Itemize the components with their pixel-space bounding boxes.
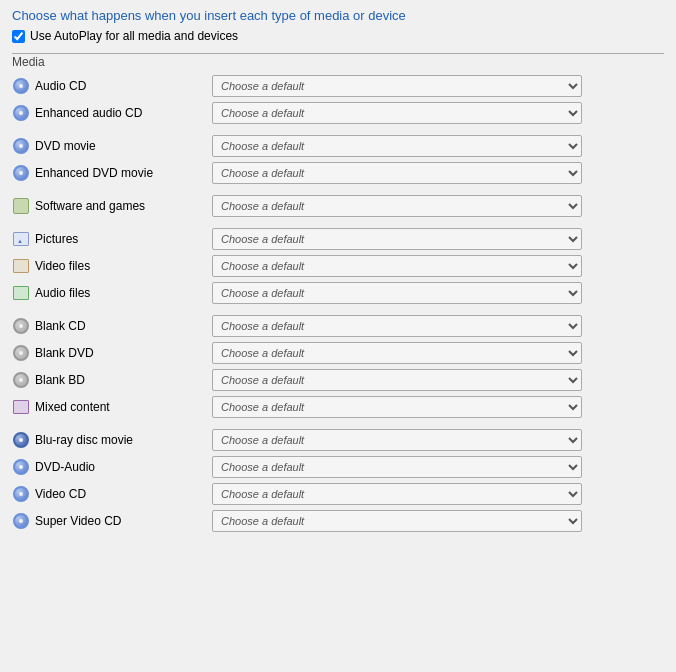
dvd-audio-icon [13, 459, 29, 475]
video-files-icon [13, 259, 29, 273]
media-label-dvd-movie: DVD movie [35, 139, 96, 153]
blank-cd-icon [13, 318, 29, 334]
media-label-enhanced-dvd-movie: Enhanced DVD movie [35, 166, 153, 180]
media-row: Enhanced audio CDChoose a default [12, 101, 664, 125]
media-section: Media Audio CDChoose a defaultEnhanced a… [12, 53, 664, 533]
media-label-bluray-disc-movie: Blu-ray disc movie [35, 433, 133, 447]
dropdown-bluray-disc-movie[interactable]: Choose a default [212, 429, 582, 451]
audio-cd-icon [13, 78, 29, 94]
media-label-area-mixed-content: Mixed content [12, 398, 212, 416]
pictures-icon [13, 232, 29, 246]
media-label-software-and-games: Software and games [35, 199, 145, 213]
media-label-area-pictures: Pictures [12, 230, 212, 248]
media-list: Audio CDChoose a defaultEnhanced audio C… [12, 74, 664, 533]
page-title: Choose what happens when you insert each… [12, 8, 664, 23]
enhanced-audio-cd-icon [13, 105, 29, 121]
media-label-area-bluray-disc-movie: Blu-ray disc movie [12, 431, 212, 449]
media-label-area-enhanced-audio-cd: Enhanced audio CD [12, 104, 212, 122]
dropdown-video-cd[interactable]: Choose a default [212, 483, 582, 505]
dropdown-dvd-movie[interactable]: Choose a default [212, 135, 582, 157]
mixed-icon [13, 400, 29, 414]
media-row: Super Video CDChoose a default [12, 509, 664, 533]
media-label-area-enhanced-dvd-movie: Enhanced DVD movie [12, 164, 212, 182]
media-row: Enhanced DVD movieChoose a default [12, 161, 664, 185]
section-media-label: Media [12, 55, 49, 69]
media-row: Blu-ray disc movieChoose a default [12, 428, 664, 452]
media-label-area-super-video-cd: Super Video CD [12, 512, 212, 530]
media-row: Blank CDChoose a default [12, 314, 664, 338]
audio-files-icon [13, 286, 29, 300]
media-label-mixed-content: Mixed content [35, 400, 110, 414]
media-label-area-blank-dvd: Blank DVD [12, 344, 212, 362]
media-label-video-files: Video files [35, 259, 90, 273]
media-row: Mixed contentChoose a default [12, 395, 664, 419]
media-label-blank-cd: Blank CD [35, 319, 86, 333]
dropdown-audio-files[interactable]: Choose a default [212, 282, 582, 304]
media-label-blank-bd: Blank BD [35, 373, 85, 387]
autoplay-label[interactable]: Use AutoPlay for all media and devices [30, 29, 238, 43]
media-label-area-software-and-games: Software and games [12, 197, 212, 215]
dropdown-enhanced-audio-cd[interactable]: Choose a default [212, 102, 582, 124]
blank-dvd-icon [13, 345, 29, 361]
blank-bd-icon [13, 372, 29, 388]
media-label-enhanced-audio-cd: Enhanced audio CD [35, 106, 142, 120]
software-icon [13, 198, 29, 214]
media-row: DVD-AudioChoose a default [12, 455, 664, 479]
media-label-area-blank-bd: Blank BD [12, 371, 212, 389]
media-label-area-dvd-audio: DVD-Audio [12, 458, 212, 476]
media-row: Video CDChoose a default [12, 482, 664, 506]
media-label-video-cd: Video CD [35, 487, 86, 501]
media-label-audio-cd: Audio CD [35, 79, 86, 93]
media-row: Software and gamesChoose a default [12, 194, 664, 218]
media-label-audio-files: Audio files [35, 286, 90, 300]
autoplay-checkbox[interactable] [12, 30, 25, 43]
dropdown-blank-dvd[interactable]: Choose a default [212, 342, 582, 364]
video-cd-icon [13, 486, 29, 502]
media-label-pictures: Pictures [35, 232, 78, 246]
media-row: PicturesChoose a default [12, 227, 664, 251]
dropdown-audio-cd[interactable]: Choose a default [212, 75, 582, 97]
media-row: Audio filesChoose a default [12, 281, 664, 305]
dropdown-super-video-cd[interactable]: Choose a default [212, 510, 582, 532]
media-row: Video filesChoose a default [12, 254, 664, 278]
media-label-area-audio-files: Audio files [12, 284, 212, 302]
media-label-area-video-files: Video files [12, 257, 212, 275]
dropdown-blank-cd[interactable]: Choose a default [212, 315, 582, 337]
media-row: Blank DVDChoose a default [12, 341, 664, 365]
media-label-area-dvd-movie: DVD movie [12, 137, 212, 155]
dropdown-dvd-audio[interactable]: Choose a default [212, 456, 582, 478]
dropdown-software-and-games[interactable]: Choose a default [212, 195, 582, 217]
media-label-area-blank-cd: Blank CD [12, 317, 212, 335]
media-row: Blank BDChoose a default [12, 368, 664, 392]
autoplay-row: Use AutoPlay for all media and devices [12, 29, 664, 43]
dropdown-pictures[interactable]: Choose a default [212, 228, 582, 250]
dropdown-enhanced-dvd-movie[interactable]: Choose a default [212, 162, 582, 184]
super-video-cd-icon [13, 513, 29, 529]
dropdown-mixed-content[interactable]: Choose a default [212, 396, 582, 418]
dropdown-blank-bd[interactable]: Choose a default [212, 369, 582, 391]
media-label-blank-dvd: Blank DVD [35, 346, 94, 360]
dropdown-video-files[interactable]: Choose a default [212, 255, 582, 277]
media-row: DVD movieChoose a default [12, 134, 664, 158]
media-label-super-video-cd: Super Video CD [35, 514, 122, 528]
media-label-area-video-cd: Video CD [12, 485, 212, 503]
media-label-dvd-audio: DVD-Audio [35, 460, 95, 474]
dvd-movie-icon [13, 138, 29, 154]
media-row: Audio CDChoose a default [12, 74, 664, 98]
bluray-icon [13, 432, 29, 448]
enhanced-dvd-icon [13, 165, 29, 181]
media-label-area-audio-cd: Audio CD [12, 77, 212, 95]
